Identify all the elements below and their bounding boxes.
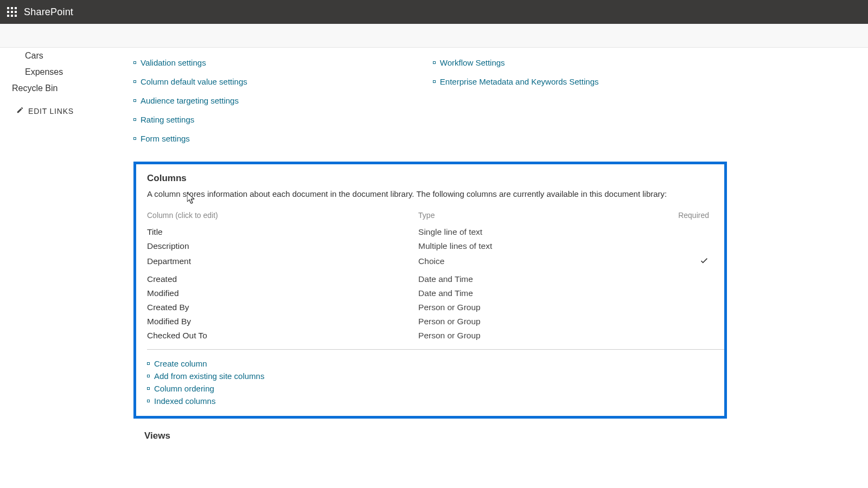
bullet-icon xyxy=(147,387,150,390)
svg-rect-7 xyxy=(11,15,13,17)
bullet-icon xyxy=(147,375,150,377)
content: Validation settings Column default value… xyxy=(119,48,868,488)
sidenav-item-cars[interactable]: Cars xyxy=(0,48,119,64)
column-required-cell xyxy=(607,286,724,300)
col-head-required: Required xyxy=(607,208,724,225)
link-enterprise-metadata-settings[interactable]: Enterprise Metadata and Keywords Setting… xyxy=(440,77,599,86)
column-type-cell: Date and Time xyxy=(418,269,607,286)
column-required-cell xyxy=(607,300,724,314)
column-name-cell[interactable]: Created By xyxy=(147,300,418,314)
link-column-default-value-settings[interactable]: Column default value settings xyxy=(141,77,247,86)
link-workflow-settings[interactable]: Workflow Settings xyxy=(440,58,505,67)
sidenav: Cars Expenses Recycle Bin EDIT LINKS xyxy=(0,48,119,488)
edit-links-label: EDIT LINKS xyxy=(28,107,74,115)
columns-title: Columns xyxy=(147,173,724,184)
columns-actions: Create column Add from existing site col… xyxy=(147,349,724,407)
pencil-icon xyxy=(16,106,24,115)
table-row: DepartmentChoice xyxy=(147,253,724,269)
column-required-cell xyxy=(607,253,724,269)
check-icon xyxy=(699,258,709,267)
table-row: CreatedDate and Time xyxy=(147,269,724,286)
table-row: ModifiedDate and Time xyxy=(147,286,724,300)
svg-rect-2 xyxy=(15,7,17,9)
column-required-cell xyxy=(607,269,724,286)
svg-rect-8 xyxy=(15,15,17,17)
link-validation-settings[interactable]: Validation settings xyxy=(141,58,206,67)
bullet-icon xyxy=(147,400,150,402)
link-rating-settings[interactable]: Rating settings xyxy=(141,115,194,124)
bullet-icon xyxy=(133,118,136,121)
bullet-icon xyxy=(433,80,436,83)
column-name-cell[interactable]: Description xyxy=(147,239,418,253)
column-type-cell: Date and Time xyxy=(418,286,607,300)
views-title: Views xyxy=(133,431,727,441)
bullet-icon xyxy=(147,362,150,365)
svg-rect-1 xyxy=(11,7,13,9)
edit-links-button[interactable]: EDIT LINKS xyxy=(0,97,119,119)
column-name-cell[interactable]: Created xyxy=(147,269,418,286)
col-head-type: Type xyxy=(418,208,607,225)
link-form-settings[interactable]: Form settings xyxy=(141,134,190,143)
link-column-ordering[interactable]: Column ordering xyxy=(154,384,214,393)
column-name-cell[interactable]: Checked Out To xyxy=(147,329,418,343)
app-launcher-icon[interactable] xyxy=(0,0,24,24)
col-head-name: Column (click to edit) xyxy=(147,208,418,225)
column-name-cell[interactable]: Modified xyxy=(147,286,418,300)
link-indexed-columns[interactable]: Indexed columns xyxy=(154,396,215,406)
bullet-icon xyxy=(133,61,136,64)
table-row: Created ByPerson or Group xyxy=(147,300,724,314)
sidenav-item-expenses[interactable]: Expenses xyxy=(0,64,119,80)
column-type-cell: Single line of text xyxy=(418,225,607,239)
svg-rect-3 xyxy=(7,11,9,13)
column-type-cell: Choice xyxy=(418,253,607,269)
svg-rect-4 xyxy=(11,11,13,13)
bullet-icon xyxy=(133,80,136,83)
column-type-cell: Person or Group xyxy=(418,329,607,343)
link-add-existing-columns[interactable]: Add from existing site columns xyxy=(154,371,264,381)
columns-desc: A column stores information about each d… xyxy=(147,189,724,198)
link-audience-targeting-settings[interactable]: Audience targeting settings xyxy=(141,96,239,105)
column-required-cell xyxy=(607,225,724,239)
ribbon-spacer xyxy=(0,24,868,48)
columns-section-highlight: Columns A column stores information abou… xyxy=(133,162,727,419)
column-name-cell[interactable]: Department xyxy=(147,253,418,269)
suite-bar: SharePoint xyxy=(0,0,868,24)
link-create-column[interactable]: Create column xyxy=(154,359,207,368)
column-required-cell xyxy=(607,314,724,329)
table-row: Checked Out ToPerson or Group xyxy=(147,329,724,343)
svg-rect-5 xyxy=(15,11,17,13)
table-row: Modified ByPerson or Group xyxy=(147,314,724,329)
svg-rect-6 xyxy=(7,15,9,17)
general-settings-links: Validation settings Column default value… xyxy=(133,53,727,148)
brand-label: SharePoint xyxy=(24,7,73,18)
column-type-cell: Multiple lines of text xyxy=(418,239,607,253)
columns-table: Column (click to edit) Type Required Tit… xyxy=(147,208,724,343)
column-name-cell[interactable]: Modified By xyxy=(147,314,418,329)
svg-rect-0 xyxy=(7,7,9,9)
column-required-cell xyxy=(607,239,724,253)
table-row: DescriptionMultiple lines of text xyxy=(147,239,724,253)
column-required-cell xyxy=(607,329,724,343)
table-row: TitleSingle line of text xyxy=(147,225,724,239)
column-type-cell: Person or Group xyxy=(418,300,607,314)
bullet-icon xyxy=(133,137,136,140)
column-type-cell: Person or Group xyxy=(418,314,607,329)
bullet-icon xyxy=(433,61,436,64)
column-name-cell[interactable]: Title xyxy=(147,225,418,239)
sidenav-item-recycle-bin[interactable]: Recycle Bin xyxy=(0,80,119,97)
bullet-icon xyxy=(133,99,136,102)
